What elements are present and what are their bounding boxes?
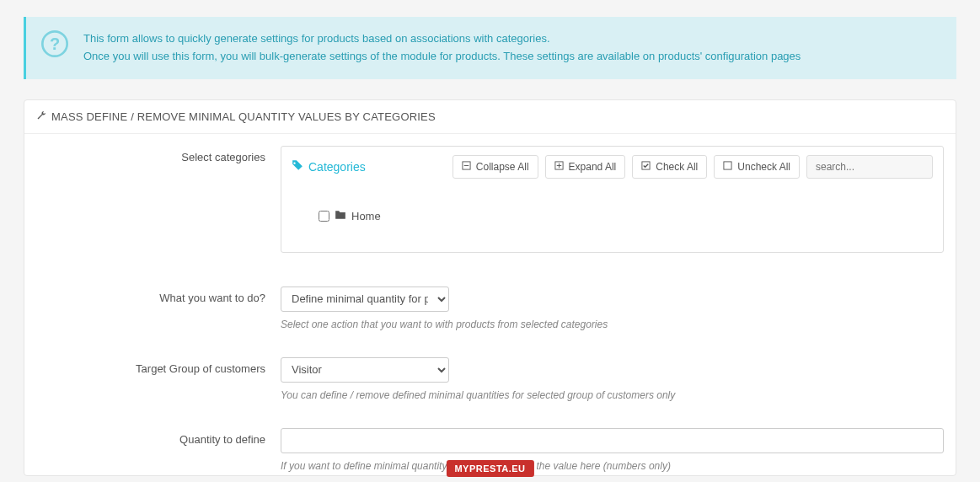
folder-icon [335,209,346,223]
action-select[interactable]: Define minimal quantity for p [281,287,449,312]
info-text-line1: This form allows to quickly generate set… [83,30,801,48]
collapse-all-button[interactable]: Collapse All [453,155,538,179]
question-icon: ? [41,30,68,57]
expand-all-button[interactable]: Expand All [545,155,626,179]
group-select[interactable]: Visitor [281,357,449,383]
category-search-input[interactable] [806,155,933,179]
tree-checkbox-home[interactable] [319,211,329,222]
footer-badge: MYPRESTA.EU [446,460,533,477]
check-all-button[interactable]: Check All [632,155,707,179]
panel-heading: MASS DEFINE / REMOVE MINIMAL QUANTITY VA… [24,100,956,134]
tag-icon [292,159,303,174]
group-label: Target Group of customers [36,357,281,401]
qty-help: If you want to define minimal quantity r… [281,460,944,472]
mass-define-panel: MASS DEFINE / REMOVE MINIMAL QUANTITY VA… [24,99,956,476]
action-help: Select one action that you want to with … [281,319,944,330]
info-text-line2: Once you will use this form, you will bu… [83,48,801,66]
panel-title: MASS DEFINE / REMOVE MINIMAL QUANTITY VA… [51,110,436,123]
tree-item-home[interactable]: Home [319,209,933,223]
collapse-icon [462,161,471,173]
categories-heading: Categories [292,159,366,174]
tree-label-home: Home [351,210,381,222]
quantity-input[interactable] [281,428,944,453]
group-help: You can define / remove defined minimal … [281,389,944,401]
check-icon [641,161,651,173]
qty-label: Quantity to define [36,428,281,472]
uncheck-all-button[interactable]: Uncheck All [714,155,800,179]
svg-rect-8 [724,162,731,169]
categories-label: Select categories [36,146,281,253]
uncheck-icon [723,161,732,173]
action-label: What you want to do? [36,287,281,330]
info-banner: ? This form allows to quickly generate s… [24,17,956,79]
expand-icon [554,161,564,173]
wrench-icon [36,110,46,123]
category-tree-box: Categories Collapse All Expand All [281,146,944,253]
svg-text:?: ? [50,35,60,53]
